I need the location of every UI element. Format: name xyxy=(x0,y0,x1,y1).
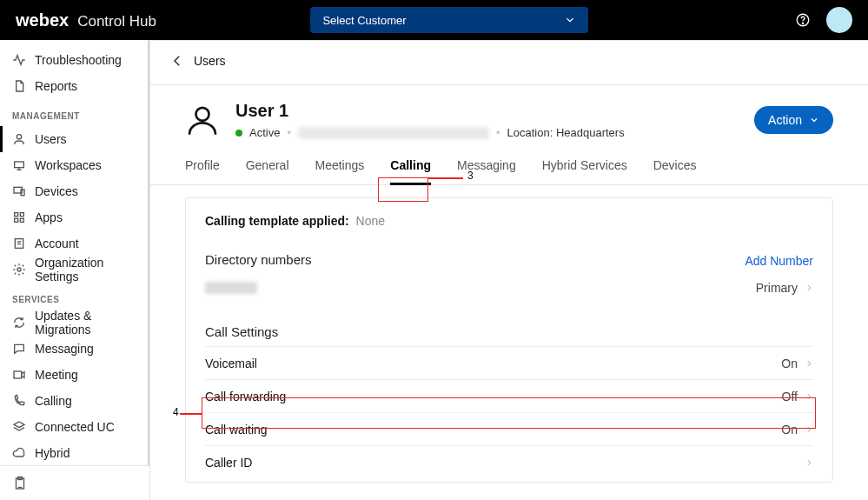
customer-selector[interactable]: Select Customer xyxy=(310,7,588,33)
status-dot-icon xyxy=(235,130,242,137)
sidebar-item-label: Workspaces xyxy=(35,158,102,172)
directory-row[interactable]: Primary xyxy=(205,274,813,302)
activity-icon xyxy=(12,53,26,67)
setting-label: Call forwarding xyxy=(205,390,286,403)
setting-caller-id[interactable]: Caller ID xyxy=(205,445,813,478)
sidebar-item-apps[interactable]: Apps xyxy=(0,204,148,230)
breadcrumb: Users xyxy=(150,41,868,85)
svg-rect-12 xyxy=(14,371,22,378)
chevron-down-icon xyxy=(564,14,576,26)
sidebar-item-calling[interactable]: Calling xyxy=(0,388,148,414)
devices-icon xyxy=(12,184,26,198)
setting-voicemail[interactable]: Voicemail On xyxy=(205,346,813,379)
template-label: Calling template applied: xyxy=(205,214,349,228)
chevron-right-icon xyxy=(805,458,813,467)
user-icon xyxy=(12,132,26,146)
sidebar-item-hybrid[interactable]: Hybrid xyxy=(0,440,148,465)
tab-calling[interactable]: Calling xyxy=(390,158,431,185)
clipboard-icon[interactable] xyxy=(12,476,28,491)
directory-heading: Directory numbers xyxy=(205,252,312,267)
workspace-icon xyxy=(12,158,26,172)
sidebar-item-org-settings[interactable]: Organization Settings xyxy=(0,257,148,283)
setting-value: On xyxy=(781,423,798,437)
sidebar-item-connected-uc[interactable]: Connected UC xyxy=(0,414,148,440)
sidebar: Troubleshooting Reports MANAGEMENT Users… xyxy=(0,40,150,500)
sidebar-heading-services: SERVICES xyxy=(0,283,148,310)
action-button-label: Action xyxy=(768,113,802,127)
svg-point-1 xyxy=(802,23,803,23)
svg-rect-3 xyxy=(15,162,24,168)
setting-value: On xyxy=(781,357,798,370)
tabs: Profile General Meetings Calling Messagi… xyxy=(150,139,868,185)
svg-marker-14 xyxy=(14,422,24,428)
cloud-icon xyxy=(12,446,26,460)
svg-rect-7 xyxy=(20,213,23,217)
sidebar-item-troubleshooting[interactable]: Troubleshooting xyxy=(0,47,148,73)
apps-icon xyxy=(12,210,26,224)
user-avatar-icon xyxy=(185,103,220,137)
sidebar-item-label: Calling xyxy=(35,394,72,408)
chevron-right-icon xyxy=(805,425,813,434)
sidebar-item-meeting[interactable]: Meeting xyxy=(0,362,148,388)
svg-point-2 xyxy=(17,135,21,139)
user-status: Active xyxy=(249,126,280,139)
user-location: Location: Headquarters xyxy=(507,126,625,139)
sidebar-item-devices[interactable]: Devices xyxy=(0,178,148,204)
tab-profile[interactable]: Profile xyxy=(185,158,220,184)
sidebar-item-updates[interactable]: Updates & Migrations xyxy=(0,310,148,336)
sidebar-item-workspaces[interactable]: Workspaces xyxy=(0,152,148,178)
svg-marker-13 xyxy=(22,372,24,378)
chevron-right-icon xyxy=(805,392,813,401)
calling-template-row: Calling template applied: None xyxy=(205,214,813,228)
setting-label: Voicemail xyxy=(205,357,257,370)
svg-rect-6 xyxy=(15,213,18,217)
svg-rect-9 xyxy=(20,218,23,222)
sidebar-item-account[interactable]: Account xyxy=(0,230,148,257)
action-button[interactable]: Action xyxy=(754,106,833,134)
breadcrumb-label[interactable]: Users xyxy=(194,54,226,68)
sidebar-item-reports[interactable]: Reports xyxy=(0,73,148,99)
svg-point-11 xyxy=(17,268,21,271)
gear-icon xyxy=(12,263,26,277)
redacted-email xyxy=(298,127,489,139)
sidebar-item-label: Updates & Migrations xyxy=(35,309,136,337)
sidebar-item-label: Meeting xyxy=(35,368,78,382)
sidebar-footer xyxy=(0,465,149,500)
sidebar-item-users[interactable]: Users xyxy=(0,126,148,152)
sidebar-item-label: Reports xyxy=(35,79,77,93)
call-settings-heading: Call Settings xyxy=(205,324,813,339)
back-icon[interactable] xyxy=(169,53,185,69)
separator: • xyxy=(496,126,500,139)
sidebar-item-label: Connected UC xyxy=(35,420,115,434)
directory-tag: Primary xyxy=(756,281,798,295)
customer-selector-label: Select Customer xyxy=(322,14,406,27)
sidebar-item-label: Troubleshooting xyxy=(35,53,122,67)
brand-subtitle: Control Hub xyxy=(77,13,156,30)
sidebar-item-label: Messaging xyxy=(35,342,94,356)
setting-call-waiting[interactable]: Call waiting On xyxy=(205,412,813,445)
avatar[interactable] xyxy=(826,7,852,33)
setting-label: Call waiting xyxy=(205,423,268,437)
add-number-link[interactable]: Add Number xyxy=(745,254,813,268)
separator: • xyxy=(287,126,291,139)
tab-messaging[interactable]: Messaging xyxy=(457,158,516,184)
account-icon xyxy=(12,237,26,250)
setting-call-forwarding[interactable]: Call forwarding Off xyxy=(205,379,813,412)
chevron-right-icon xyxy=(805,283,813,292)
sidebar-item-label: Devices xyxy=(35,184,78,198)
sidebar-item-messaging[interactable]: Messaging xyxy=(0,336,148,362)
tab-general[interactable]: General xyxy=(246,158,289,184)
tab-devices[interactable]: Devices xyxy=(653,158,697,184)
tab-hybrid-services[interactable]: Hybrid Services xyxy=(542,158,627,184)
template-value: None xyxy=(356,214,385,228)
tab-meetings[interactable]: Meetings xyxy=(315,158,365,184)
top-bar: webex Control Hub Select Customer xyxy=(0,0,868,40)
meeting-icon xyxy=(12,368,26,382)
svg-point-17 xyxy=(196,108,209,121)
help-icon[interactable] xyxy=(795,12,811,28)
main-content: Users User 1 Active • • Location: Headqu… xyxy=(150,40,868,500)
svg-rect-8 xyxy=(15,218,18,222)
setting-label: Caller ID xyxy=(205,456,252,470)
brand-logo: webex xyxy=(16,10,69,30)
stack-icon xyxy=(12,420,26,434)
